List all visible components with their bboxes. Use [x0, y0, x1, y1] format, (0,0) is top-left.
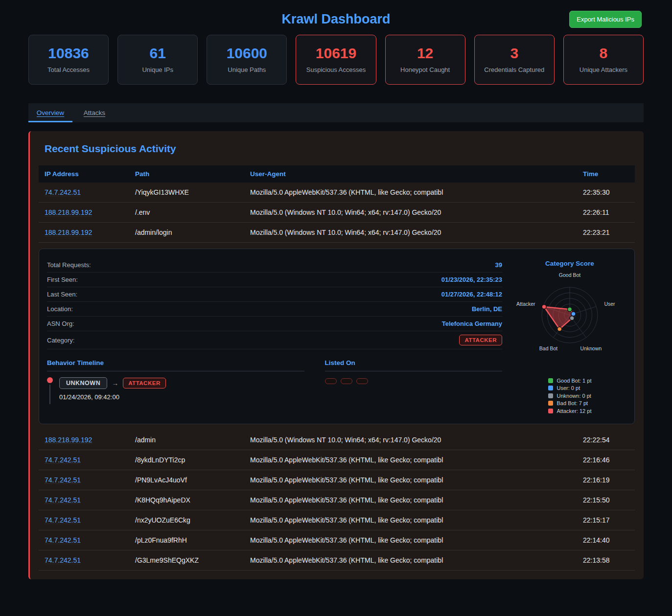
info-label: Last Seen: — [47, 291, 77, 298]
app-header: Krawl Dashboard Export Malicious IPs — [0, 0, 672, 30]
info-row: Last Seen: 01/27/2026, 22:48:12 — [47, 287, 502, 302]
stat-label: Unique Paths — [210, 66, 283, 73]
stat-label: Honeypot Caught — [389, 66, 462, 73]
ip-address-link[interactable]: 188.218.99.192 — [45, 228, 92, 236]
blocklist-badge[interactable] — [325, 378, 337, 384]
time-cell: 22:23:21 — [577, 228, 635, 236]
table-row: 74.7.242.51 /K8HQq9hAipeDX Mozilla/5.0 A… — [39, 490, 635, 510]
arrow-right-icon: → — [112, 379, 118, 387]
timeline-entry: UNKNOWN → ATTACKER 01/24/2026, 09:42:00 — [47, 377, 304, 404]
stat-value: 61 — [121, 45, 194, 62]
ip-address-link[interactable]: 74.7.242.51 — [45, 496, 81, 504]
column-header-ip: IP Address — [39, 170, 129, 178]
timeline-line — [49, 385, 50, 404]
info-row: Total Requests: 39 — [47, 258, 502, 273]
info-row: ASN Org: Telefonica Germany — [47, 317, 502, 331]
column-header-time: Time — [577, 170, 635, 178]
listed-on-badges — [325, 378, 502, 384]
legend-swatch-icon — [548, 386, 553, 390]
path-cell: /8ykdLnDYTi2cp — [129, 456, 244, 464]
page-title: Krawl Dashboard — [30, 12, 642, 27]
legend-swatch-icon — [548, 393, 553, 398]
path-cell: /G3Lme9ShEQgXKZ — [129, 556, 244, 564]
stat-value: 8 — [567, 45, 640, 62]
column-header-path: Path — [129, 170, 244, 178]
ip-detail-info: Total Requests: 39 First Seen: 01/23/202… — [47, 256, 502, 415]
info-row: First Seen: 01/23/2026, 22:35:23 — [47, 273, 502, 287]
info-value: 01/27/2026, 22:48:12 — [441, 291, 502, 298]
table-header-row: IP Address Path User-Agent Time — [39, 165, 635, 183]
time-cell: 22:13:58 — [577, 556, 635, 564]
export-malicious-ips-button[interactable]: Export Malicious IPs — [569, 11, 642, 28]
radar-chart-title: Category Score — [513, 260, 626, 267]
user-agent-cell: Mozilla/5.0 AppleWebKit/537.36 (KHTML, l… — [244, 536, 577, 544]
info-label: Total Requests: — [47, 261, 91, 269]
ip-address-link[interactable]: 188.218.99.192 — [45, 436, 92, 444]
timeline-marker — [47, 377, 53, 404]
from-category-badge: UNKNOWN — [59, 377, 107, 389]
path-cell: /YiqykGI13WHXE — [129, 188, 244, 196]
tab-bar: Overview Attacks — [28, 103, 644, 122]
blocklist-badge[interactable] — [356, 378, 368, 384]
table-row: 188.218.99.192 /admin/login Mozilla/5.0 … — [39, 223, 635, 243]
timeline-dot-icon — [47, 377, 53, 383]
stat-value: 10600 — [210, 45, 283, 62]
info-label: Category: — [47, 337, 74, 344]
time-cell: 22:22:54 — [577, 436, 635, 444]
ip-detail-fields: Total Requests: 39 First Seen: 01/23/202… — [47, 258, 502, 331]
ip-address-link[interactable]: 74.7.242.51 — [45, 456, 81, 464]
ip-address-link[interactable]: 74.7.242.51 — [45, 516, 81, 524]
stat-value: 12 — [389, 45, 462, 62]
to-category-badge: ATTACKER — [123, 378, 166, 388]
recent-suspicious-activity-panel: Recent Suspicious Activity IP Address Pa… — [28, 131, 644, 579]
user-agent-cell: Mozilla/5.0 AppleWebKit/537.36 (KHTML, l… — [244, 456, 577, 464]
ip-address-link[interactable]: 74.7.242.51 — [45, 188, 81, 196]
listed-on-title: Listed On — [325, 359, 502, 371]
path-cell: /admin — [129, 436, 244, 444]
category-score-column: Category Score Good BotUserUnknownBad Bo… — [513, 256, 626, 415]
info-value: Berlin, DE — [472, 305, 502, 313]
stat-label: Suspicious Accesses — [299, 66, 372, 73]
category-transition: UNKNOWN → ATTACKER — [59, 377, 166, 389]
table-row: 74.7.242.51 /G3Lme9ShEQgXKZ Mozilla/5.0 … — [39, 550, 635, 570]
time-cell: 22:15:17 — [577, 516, 635, 524]
table-rows-bottom: 188.218.99.192 /admin Mozilla/5.0 (Windo… — [39, 430, 635, 570]
legend-swatch-icon — [548, 401, 553, 406]
column-header-user-agent: User-Agent — [244, 170, 577, 178]
radar-legend-item: Bad Bot: 7 pt — [548, 400, 592, 408]
radar-legend-item: Good Bot: 1 pt — [548, 377, 592, 385]
info-label: Location: — [47, 305, 73, 313]
ip-address-link[interactable]: 74.7.242.51 — [45, 476, 81, 484]
stat-label: Unique Attackers — [567, 66, 640, 73]
user-agent-cell: Mozilla/5.0 AppleWebKit/537.36 (KHTML, l… — [244, 496, 577, 504]
stat-value: 10619 — [299, 45, 372, 62]
svg-text:Bad Bot: Bad Bot — [539, 345, 557, 351]
info-value: 01/23/2026, 22:35:23 — [441, 276, 502, 283]
legend-swatch-icon — [548, 378, 553, 383]
stats-row: 10836 Total Accesses 61 Unique IPs 10600… — [0, 30, 672, 85]
info-value: 39 — [495, 261, 502, 269]
tab-attacks[interactable]: Attacks — [72, 103, 116, 122]
user-agent-cell: Mozilla/5.0 AppleWebKit/537.36 (KHTML, l… — [244, 188, 577, 196]
time-cell: 22:35:30 — [577, 188, 635, 196]
table-row: 74.7.242.51 /pLz0Fnua9fRhH Mozilla/5.0 A… — [39, 530, 635, 550]
ip-address-link[interactable]: 74.7.242.51 — [45, 556, 81, 564]
tab-overview[interactable]: Overview — [28, 103, 72, 122]
radar-legend-item: Attacker: 12 pt — [548, 407, 592, 415]
ip-address-link[interactable]: 74.7.242.51 — [45, 536, 81, 544]
blocklist-badge[interactable] — [341, 378, 352, 384]
stat-card: 10600 Unique Paths — [207, 35, 287, 85]
user-agent-cell: Mozilla/5.0 (Windows NT 10.0; Win64; x64… — [244, 436, 577, 444]
stat-value: 10836 — [32, 45, 105, 62]
info-label: ASN Org: — [47, 320, 74, 327]
stat-card: 61 Unique IPs — [117, 35, 198, 85]
svg-text:Attacker: Attacker — [516, 301, 535, 307]
time-cell: 22:15:50 — [577, 496, 635, 504]
table-row: 74.7.242.51 /8ykdLnDYTi2cp Mozilla/5.0 A… — [39, 450, 635, 470]
path-cell: /K8HQq9hAipeDX — [129, 496, 244, 504]
user-agent-cell: Mozilla/5.0 (Windows NT 10.0; Win64; x64… — [244, 228, 577, 236]
radar-legend-item: Unknown: 0 pt — [548, 392, 592, 400]
stat-card: 12 Honeypot Caught — [385, 35, 465, 85]
ip-address-link[interactable]: 188.218.99.192 — [45, 208, 92, 216]
behavior-timeline-title: Behavior Timeline — [47, 359, 304, 371]
